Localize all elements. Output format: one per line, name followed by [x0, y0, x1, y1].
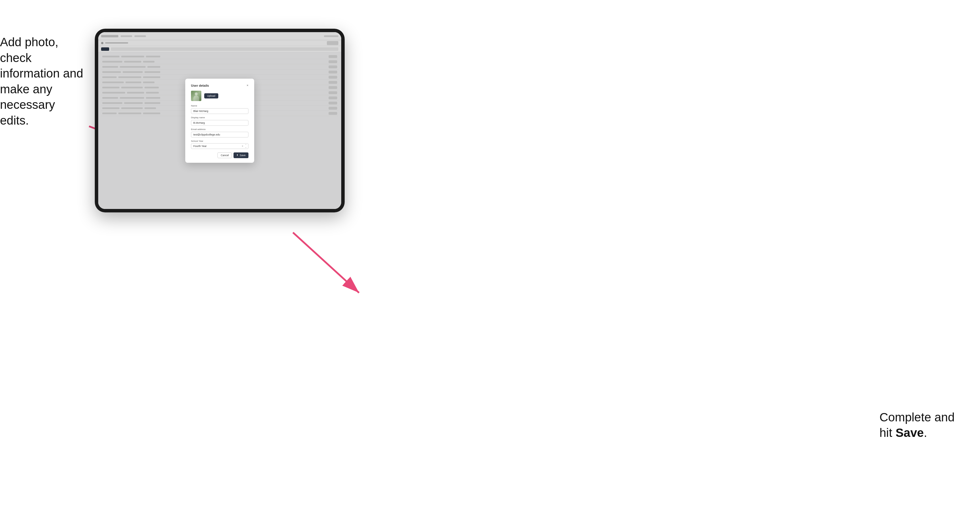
select-clear-icon[interactable]: × [242, 144, 243, 148]
annotation-left: Add photo, check information and make an… [0, 35, 86, 129]
tablet-screen: User details × Upload Name Dis [98, 32, 341, 209]
modal-photo-row: Upload [191, 91, 248, 101]
cancel-button[interactable]: Cancel [218, 152, 232, 158]
tablet-frame: User details × Upload Name Dis [95, 29, 345, 213]
save-label: Save [240, 154, 246, 157]
annotation-right-punct: . [924, 426, 927, 440]
annotation-right: Complete and hit Save. [880, 410, 971, 441]
annotation-right-line2: hit [880, 426, 896, 440]
avatar-image [191, 91, 201, 101]
email-label: Email address [191, 128, 248, 130]
name-field: Name [191, 105, 248, 114]
save-button[interactable]: ⬆ Save [234, 152, 248, 158]
user-details-modal: User details × Upload Name Dis [185, 79, 254, 163]
name-label: Name [191, 105, 248, 107]
annotation-right-line1: Complete and [880, 411, 955, 424]
modal-title-bar: User details × [191, 84, 248, 87]
name-input[interactable] [191, 108, 248, 114]
upload-photo-button[interactable]: Upload [204, 93, 218, 98]
modal-overlay: User details × Upload Name Dis [98, 32, 341, 209]
avatar [191, 91, 201, 101]
modal-close-button[interactable]: × [247, 84, 248, 87]
modal-actions: Cancel ⬆ Save [191, 152, 248, 158]
school-year-label: School Year [191, 140, 248, 142]
annotation-right-bold: Save [896, 426, 924, 440]
svg-line-3 [293, 232, 359, 293]
school-year-select[interactable]: Fourth Year First Year Second Year Third… [191, 143, 248, 149]
display-name-input[interactable] [191, 120, 248, 126]
modal-title: User details [191, 84, 209, 87]
email-field: Email address [191, 128, 248, 138]
school-year-select-wrapper: Fourth Year First Year Second Year Third… [191, 143, 248, 149]
save-icon: ⬆ [236, 154, 239, 156]
display-name-label: Display name [191, 116, 248, 119]
display-name-field: Display name [191, 116, 248, 126]
school-year-field: School Year Fourth Year First Year Secon… [191, 140, 248, 149]
email-input[interactable] [191, 132, 248, 138]
select-arrow-icon: ⌃⌄ [245, 144, 247, 148]
